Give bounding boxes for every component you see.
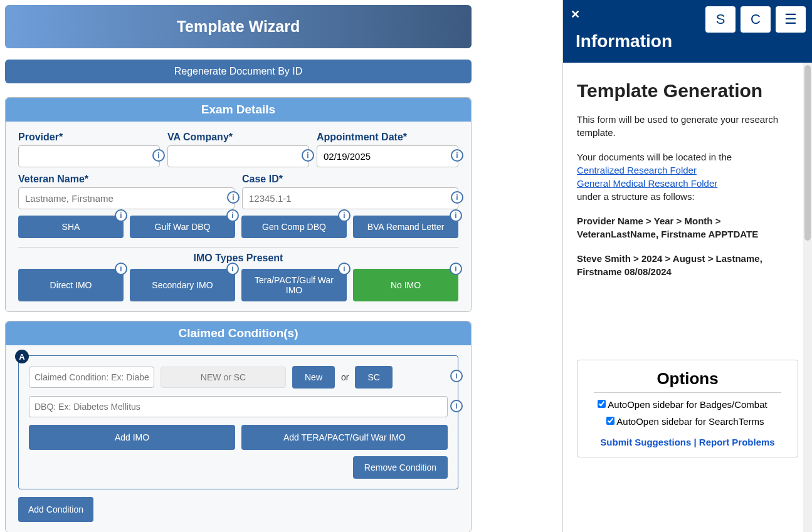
menu-icon[interactable]: ☰ <box>776 6 806 33</box>
info-icon[interactable]: i <box>451 191 463 204</box>
case-id-label: Case ID* <box>242 174 458 185</box>
sidebar-header: ✕ Information S C ☰ <box>563 0 812 63</box>
header-button-c[interactable]: C <box>741 6 771 33</box>
appt-date-field: Appointment Date* i <box>317 132 458 167</box>
sidebar-intro: This form will be used to generate your … <box>577 113 798 139</box>
main-form-panel: Template Wizard Regenerate Document By I… <box>0 0 477 532</box>
scrollbar-thumb[interactable] <box>804 65 811 241</box>
imo-types-label: IMO Types Present <box>18 253 458 264</box>
appt-date-label: Appointment Date* <box>317 132 458 143</box>
tera-imo-button[interactable]: Tera/PACT/Gulf War IMO i <box>241 269 347 301</box>
claimed-condition-input[interactable] <box>29 367 154 388</box>
exam-details-panel: Exam Details Provider* i VA Company* i A… <box>5 97 472 312</box>
claimed-conditions-body: A New or SC i i Add IMO Add TERA/PACT/Gu… <box>6 345 471 532</box>
info-icon[interactable]: i <box>226 209 239 222</box>
add-tera-imo-button[interactable]: Add TERA/PACT/Gulf War IMO <box>241 425 448 450</box>
option-autoopen-search-checkbox[interactable] <box>606 417 614 425</box>
info-icon[interactable]: i <box>450 209 462 222</box>
info-icon[interactable]: i <box>450 370 463 382</box>
claimed-conditions-panel: Claimed Condition(s) A New or SC i i A <box>5 321 472 532</box>
info-icon[interactable]: i <box>115 263 127 275</box>
page-title: Template Wizard <box>5 5 472 48</box>
gen-comp-dbq-button[interactable]: Gen Comp DBQ i <box>241 216 347 238</box>
info-icon[interactable]: i <box>152 149 165 162</box>
case-id-field: Case ID* i <box>242 174 458 209</box>
centralized-folder-link[interactable]: Centralized Research Folder <box>577 165 697 175</box>
va-company-field: VA Company* i <box>167 132 309 167</box>
info-icon[interactable]: i <box>450 263 462 275</box>
sidebar-location: Your documents will be located in the Ce… <box>577 150 798 203</box>
claimed-conditions-header: Claimed Condition(s) <box>6 321 471 345</box>
options-box: Options AutoOpen sidebar for Badges/Comb… <box>577 360 798 457</box>
provider-input[interactable] <box>18 145 160 167</box>
info-icon[interactable]: i <box>338 209 351 222</box>
appt-date-input[interactable] <box>317 145 458 167</box>
header-button-s[interactable]: S <box>705 6 736 33</box>
general-medical-folder-link[interactable]: General Medical Research Folder <box>577 178 717 189</box>
gulf-war-dbq-button[interactable]: Gulf War DBQ i <box>130 216 235 238</box>
new-button[interactable]: New <box>292 366 335 389</box>
remove-condition-button[interactable]: Remove Condition <box>353 456 448 479</box>
veteran-name-label: Veteran Name* <box>18 174 235 185</box>
option-autoopen-badges-checkbox[interactable] <box>598 400 606 408</box>
provider-label: Provider* <box>18 132 160 143</box>
add-imo-button[interactable]: Add IMO <box>29 425 235 450</box>
info-icon[interactable]: i <box>115 209 127 222</box>
submit-suggestions-link[interactable]: Submit Suggestions | Report Problems <box>600 437 774 447</box>
sc-button[interactable]: SC <box>355 366 392 389</box>
info-icon[interactable]: i <box>227 191 240 204</box>
sidebar-title: Information <box>576 31 672 51</box>
sha-button[interactable]: SHA i <box>18 216 124 238</box>
scrollbar[interactable] <box>803 63 812 532</box>
direct-imo-button[interactable]: Direct IMO i <box>18 269 124 301</box>
info-sidebar: ✕ Information S C ☰ Template Generation … <box>562 0 812 532</box>
condition-block: A New or SC i i Add IMO Add TERA/PACT/Gu… <box>18 355 458 489</box>
case-id-input[interactable] <box>242 187 458 209</box>
info-icon[interactable]: i <box>226 263 239 275</box>
va-company-input[interactable] <box>167 145 309 167</box>
option-autoopen-badges[interactable]: AutoOpen sidebar for Badges/Combat <box>598 399 786 410</box>
info-icon[interactable]: i <box>302 149 314 162</box>
regenerate-button[interactable]: Regenerate Document By ID <box>5 60 472 83</box>
bva-remand-button[interactable]: BVA Remand Letter i <box>353 216 458 238</box>
secondary-imo-button[interactable]: Secondary IMO i <box>130 269 235 301</box>
provider-field: Provider* i <box>18 132 160 167</box>
imo-types-section: IMO Types Present Direct IMO i Secondary… <box>18 247 458 301</box>
exam-details-body: Provider* i VA Company* i Appointment Da… <box>6 122 471 311</box>
add-condition-button[interactable]: Add Condition <box>18 497 93 522</box>
option-autoopen-search[interactable]: AutoOpen sidebar for SearchTerms <box>606 416 786 427</box>
va-company-label: VA Company* <box>167 132 309 143</box>
path-template: Provider Name > Year > Month > VeteranLa… <box>577 214 798 241</box>
condition-badge: A <box>15 350 29 363</box>
info-icon[interactable]: i <box>451 149 463 162</box>
options-heading: Options <box>594 369 781 393</box>
sidebar-heading: Template Generation <box>577 80 798 102</box>
veteran-name-field: Veteran Name* i <box>18 174 235 209</box>
or-text: or <box>341 372 349 382</box>
path-example: Steve Smith > 2024 > August > Lastname, … <box>577 252 798 278</box>
new-or-sc-display <box>161 367 286 388</box>
no-imo-button[interactable]: No IMO i <box>353 269 458 301</box>
exam-details-header: Exam Details <box>6 98 471 122</box>
info-icon[interactable]: i <box>450 400 463 412</box>
veteran-name-input[interactable] <box>18 187 235 209</box>
sidebar-body: Template Generation This form will be us… <box>563 63 812 532</box>
close-icon[interactable]: ✕ <box>571 8 580 21</box>
info-icon[interactable]: i <box>338 263 351 275</box>
dbq-input[interactable] <box>29 396 448 417</box>
